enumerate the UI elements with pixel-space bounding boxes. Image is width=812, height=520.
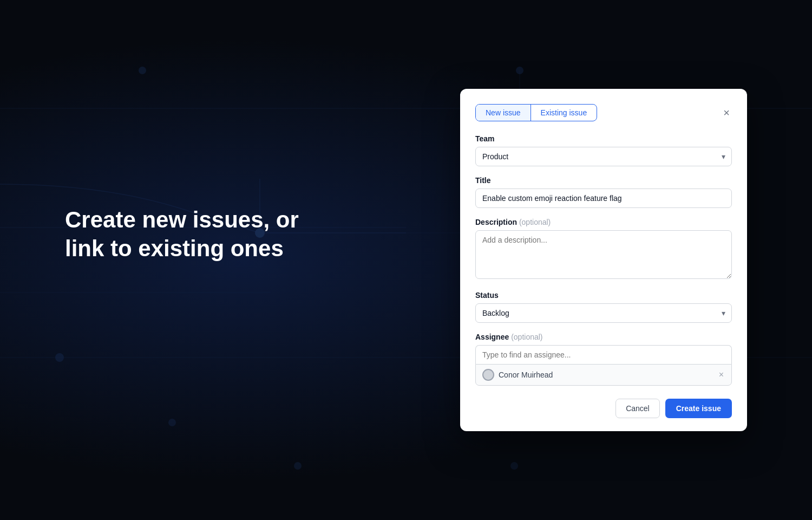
team-label: Team [475,134,732,143]
status-select-wrapper: Backlog Todo In Progress Done Cancelled … [475,303,732,323]
description-textarea[interactable] [475,230,732,279]
create-issue-modal: New issue Existing issue × Team Product … [460,89,747,431]
status-field-group: Status Backlog Todo In Progress Done Can… [475,291,732,323]
team-select[interactable]: Product Engineering Design Marketing [475,147,732,166]
tab-new-issue[interactable]: New issue [476,105,531,121]
assignee-name: Conor Muirhead [499,370,553,379]
tab-group: New issue Existing issue [475,104,597,121]
create-issue-button[interactable]: Create issue [665,399,732,418]
team-select-wrapper: Product Engineering Design Marketing ▾ [475,147,732,166]
modal-header: New issue Existing issue × [475,104,732,121]
close-button[interactable]: × [721,105,732,120]
assignee-result-row: Conor Muirhead × [475,364,732,386]
assignee-label: Assignee (optional) [475,333,732,341]
tab-existing-issue[interactable]: Existing issue [531,105,597,121]
remove-assignee-button[interactable]: × [718,369,725,381]
title-input[interactable] [475,188,732,208]
cancel-button[interactable]: Cancel [615,399,660,418]
assignee-search-input[interactable] [475,345,732,364]
status-select[interactable]: Backlog Todo In Progress Done Cancelled [475,303,732,323]
title-field-group: Title [475,176,732,208]
status-label: Status [475,291,732,300]
assignee-info: Conor Muirhead [482,369,553,381]
modal-footer: Cancel Create issue [475,396,732,418]
modal-overlay: New issue Existing issue × Team Product … [0,0,812,520]
description-label: Description (optional) [475,218,732,226]
avatar [482,369,494,381]
team-field-group: Team Product Engineering Design Marketin… [475,134,732,166]
title-label: Title [475,176,732,185]
description-field-group: Description (optional) [475,218,732,281]
assignee-field-group: Assignee (optional) Conor Muirhead × [475,333,732,386]
